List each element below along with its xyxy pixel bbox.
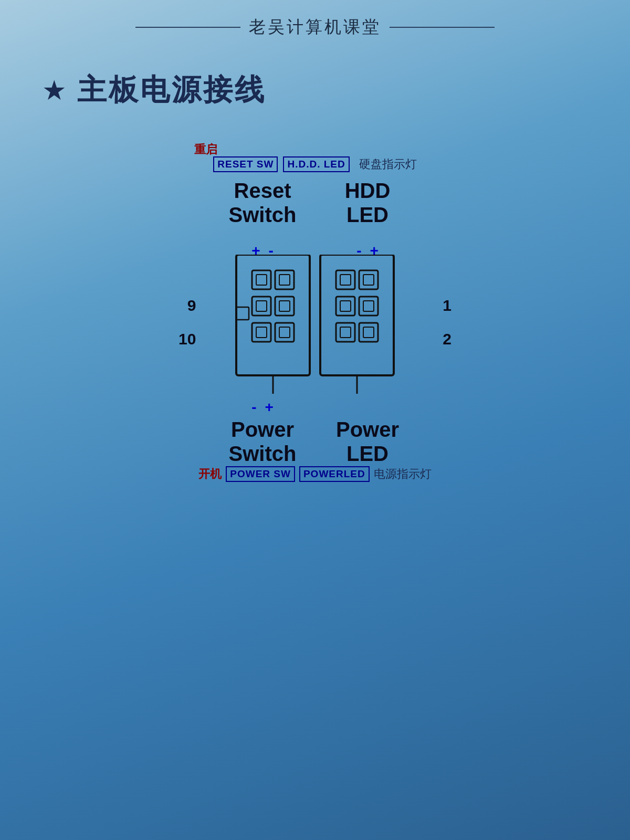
hdd-led-badge: H.D.D. LED bbox=[283, 156, 349, 172]
svg-rect-7 bbox=[275, 323, 294, 342]
powerled-badge: POWERLED bbox=[299, 466, 370, 482]
hdd-chinese-label: 硬盘指示灯 bbox=[359, 156, 417, 172]
svg-rect-0 bbox=[236, 255, 310, 375]
dianyuan-label: 电源指示灯 bbox=[374, 466, 432, 482]
page-title-text: 主板电源接线 bbox=[77, 70, 266, 110]
star-icon: ★ bbox=[42, 77, 67, 104]
connector-diagram-svg bbox=[220, 255, 410, 396]
header-title: 老吴计算机课堂 bbox=[240, 16, 390, 39]
hdd-led-name: HDD LED bbox=[328, 178, 407, 227]
reset-switch-name: Reset Switch bbox=[223, 178, 302, 227]
diagram-area: 重启 RESET SW H.D.D. LED 硬盘指示灯 Reset Switc… bbox=[0, 142, 630, 467]
svg-rect-24 bbox=[363, 301, 374, 311]
svg-rect-22 bbox=[340, 327, 351, 338]
page-title-area: ★ 主板电源接线 bbox=[42, 70, 630, 110]
svg-rect-23 bbox=[363, 275, 374, 285]
svg-rect-11 bbox=[359, 270, 378, 289]
power-led-name: Power LED bbox=[328, 417, 407, 466]
svg-rect-18 bbox=[279, 301, 290, 311]
svg-rect-5 bbox=[275, 270, 294, 289]
power-sw-badge: POWER SW bbox=[226, 466, 295, 482]
svg-rect-10 bbox=[336, 323, 355, 342]
svg-rect-17 bbox=[279, 275, 290, 285]
connector-names-top: Reset Switch HDD LED bbox=[168, 178, 462, 227]
power-switch-name: Power Switch bbox=[223, 417, 302, 466]
svg-rect-16 bbox=[256, 327, 267, 338]
connector-names-bottom: Power Switch Power LED bbox=[168, 417, 462, 466]
polarity-bottom-row: - + - + bbox=[168, 399, 462, 416]
svg-rect-20 bbox=[340, 275, 351, 285]
svg-rect-2 bbox=[252, 270, 271, 289]
header-bar: 老吴计算机课堂 bbox=[0, 16, 630, 39]
side-numbers-right: 1 2 bbox=[443, 297, 452, 348]
svg-rect-9 bbox=[336, 297, 355, 316]
svg-rect-3 bbox=[252, 297, 271, 316]
kaiji-label: 开机 bbox=[198, 466, 222, 482]
svg-rect-19 bbox=[279, 327, 290, 338]
bottom-badges-row: 开机 POWER SW POWERLED 电源指示灯 bbox=[168, 466, 462, 482]
power-switch-polarity: - + bbox=[223, 399, 302, 416]
svg-rect-30 bbox=[236, 307, 249, 320]
header-line-left bbox=[135, 27, 240, 28]
top-badges-row: RESET SW H.D.D. LED 硬盘指示灯 bbox=[168, 156, 462, 172]
reset-chinese-label: 重启 bbox=[194, 142, 217, 158]
svg-rect-8 bbox=[336, 270, 355, 289]
reset-sw-badge: RESET SW bbox=[213, 156, 278, 172]
header-line-right bbox=[390, 27, 495, 28]
diagram-container: 重启 RESET SW H.D.D. LED 硬盘指示灯 Reset Switc… bbox=[168, 142, 462, 467]
side-numbers-left: 9 10 bbox=[178, 297, 196, 348]
svg-rect-12 bbox=[359, 297, 378, 316]
svg-rect-25 bbox=[363, 327, 374, 338]
svg-rect-15 bbox=[256, 301, 267, 311]
svg-rect-14 bbox=[256, 275, 267, 285]
svg-rect-21 bbox=[340, 301, 351, 311]
svg-rect-6 bbox=[275, 297, 294, 316]
svg-rect-13 bbox=[359, 323, 378, 342]
svg-rect-4 bbox=[252, 323, 271, 342]
svg-rect-1 bbox=[320, 255, 394, 375]
